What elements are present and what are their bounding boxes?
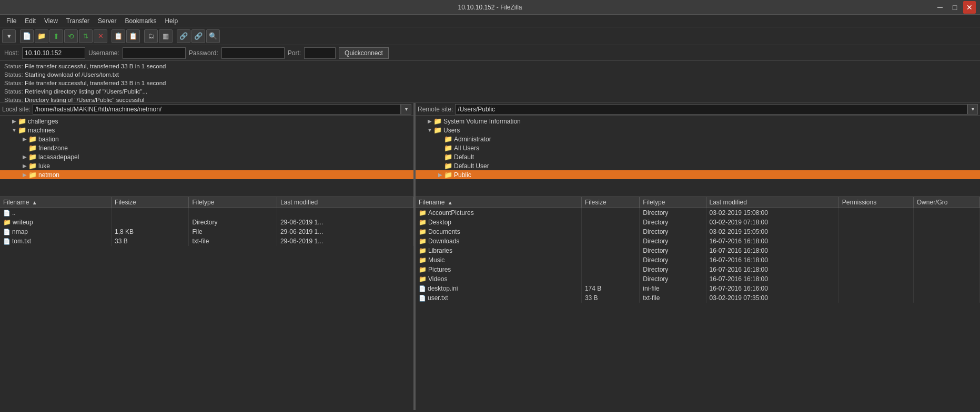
tree-item-bastion[interactable]: ▶ 📁 bastion — [0, 135, 413, 143]
menu-server[interactable]: Server — [94, 16, 120, 26]
table-row[interactable]: 📁AccountPictures Directory 03-02-2019 15… — [416, 208, 980, 218]
tree-arrow-machines: ▼ — [11, 127, 18, 133]
tree-arrow-netmon: ▶ — [21, 172, 28, 178]
tree-item-lacasadepapel[interactable]: ▶ 📁 lacasadepapel — [0, 152, 413, 161]
toolbar-new-file[interactable]: 📄 — [20, 29, 34, 43]
tree-item-public[interactable]: ▶ 📁 Public — [416, 170, 980, 179]
tree-item-defaultuser[interactable]: 📁 Default User — [416, 161, 980, 170]
toolbar-new-folder[interactable]: 📁 — [35, 29, 48, 43]
table-row[interactable]: 📄nmap 1,8 KB File 29-06-2019 1... — [0, 227, 413, 236]
tree-arrow-bastion: ▶ — [21, 136, 28, 142]
host-input[interactable] — [22, 47, 85, 59]
remote-site-label: Remote site: — [418, 106, 453, 113]
remote-col-modified[interactable]: Last modified — [706, 197, 838, 208]
table-row[interactable]: 📁Downloads Directory 16-07-2016 16:18:00 — [416, 236, 980, 246]
local-path-input[interactable] — [33, 104, 401, 115]
table-row[interactable]: 📁writeup Directory 29-06-2019 1... — [0, 218, 413, 227]
local-col-modified[interactable]: Last modified — [277, 197, 413, 208]
menu-help[interactable]: Help — [160, 16, 182, 26]
local-col-filetype[interactable]: Filetype — [189, 197, 277, 208]
minimize-button[interactable]: ─ — [934, 1, 946, 14]
toolbar-clipboard2[interactable]: 📋 — [126, 29, 140, 43]
tree-arrow-luke: ▶ — [21, 163, 28, 169]
table-row[interactable]: 📄tom.txt 33 B txt-file 29-06-2019 1... — [0, 236, 413, 246]
port-input[interactable] — [304, 47, 336, 59]
table-row[interactable]: 📁Libraries Directory 16-07-2016 16:18:00 — [416, 246, 980, 255]
local-file-list[interactable]: Filename ▲ Filesize Filetype Last modifi… — [0, 197, 413, 410]
table-row[interactable]: 📁Videos Directory 16-07-2016 16:18:00 — [416, 274, 980, 284]
local-pane: Local site: ▾ ▶ 📁 challenges ▼ 📁 machine… — [0, 103, 416, 410]
toolbar-queue[interactable]: 🗂 — [144, 29, 158, 43]
tree-item-machines[interactable]: ▼ 📁 machines — [0, 126, 413, 135]
remote-col-filesize[interactable]: Filesize — [581, 197, 639, 208]
table-row[interactable]: 📁Desktop Directory 03-02-2019 07:18:00 — [416, 218, 980, 227]
status-line-1: Status: File transfer successful, transf… — [4, 62, 976, 70]
status-line-4: Status: Retrieving directory listing of … — [4, 87, 976, 96]
toolbar-search[interactable]: 🔍 — [206, 29, 220, 43]
remote-path-dropdown[interactable]: ▾ — [967, 104, 978, 115]
table-row[interactable]: 📁Music Directory 16-07-2016 16:18:00 — [416, 255, 980, 265]
toolbar-link[interactable]: 🔗 — [177, 29, 190, 43]
toolbar: ▾ 📄 📁 ⬆ ⟲ ⇅ ✕ 📋 📋 🗂 ▦ 🔗 🔗 🔍 — [0, 27, 980, 45]
remote-col-filename[interactable]: Filename ▲ — [416, 197, 581, 208]
menu-file[interactable]: File — [2, 16, 21, 26]
table-row[interactable]: 📄user.txt 33 B txt-file 03-02-2019 07:35… — [416, 293, 980, 303]
table-row[interactable]: 📁Documents Directory 03-02-2019 15:05:00 — [416, 227, 980, 236]
tree-item-luke[interactable]: ▶ 📁 luke — [0, 161, 413, 170]
tree-item-users[interactable]: ▼ 📁 Users — [416, 126, 980, 135]
table-row[interactable]: 📁Pictures Directory 16-07-2016 16:18:00 — [416, 265, 980, 274]
remote-col-permissions[interactable]: Permissions — [838, 197, 913, 208]
toolbar-dropdown[interactable]: ▾ — [2, 29, 16, 43]
remote-tree[interactable]: ▶ 📁 System Volume Information ▼ 📁 Users … — [416, 116, 980, 197]
remote-col-filetype[interactable]: Filetype — [640, 197, 706, 208]
toolbar-link2[interactable]: 🔗 — [191, 29, 205, 43]
remote-file-table: Filename ▲ Filesize Filetype Last modifi… — [416, 197, 980, 303]
toolbar-sync[interactable]: ⇅ — [79, 29, 93, 43]
titlebar: 10.10.10.152 - FileZilla ─ □ ✕ — [0, 0, 980, 15]
toolbar-upload[interactable]: ⬆ — [49, 29, 63, 43]
table-row[interactable]: 📄.. — [0, 208, 413, 218]
menubar: File Edit View Transfer Server Bookmarks… — [0, 15, 980, 27]
toolbar-clipboard1[interactable]: 📋 — [112, 29, 125, 43]
local-path-dropdown[interactable]: ▾ — [401, 104, 411, 115]
toolbar-refresh[interactable]: ⟲ — [64, 29, 78, 43]
tree-item-netmon[interactable]: ▶ 📁 netmon — [0, 170, 413, 179]
remote-pane: Remote site: ▾ ▶ 📁 System Volume Informa… — [416, 103, 980, 410]
tree-item-administrator[interactable]: 📁 Administrator — [416, 135, 980, 143]
toolbar-filter[interactable]: ▦ — [159, 29, 173, 43]
tree-item-default[interactable]: 📁 Default — [416, 152, 980, 161]
host-label: Host: — [4, 49, 19, 57]
password-input[interactable] — [221, 47, 285, 59]
remote-col-owner[interactable]: Owner/Gro — [913, 197, 979, 208]
titlebar-controls: ─ □ ✕ — [934, 0, 976, 15]
tree-item-friendzone[interactable]: 📁 friendzone — [0, 143, 413, 152]
port-label: Port: — [288, 49, 301, 57]
username-label: Username: — [88, 49, 119, 57]
tree-item-allusers[interactable]: 📁 All Users — [416, 143, 980, 152]
tree-item-challenges[interactable]: ▶ 📁 challenges — [0, 117, 413, 126]
remote-path-input[interactable] — [455, 104, 967, 115]
local-site-label: Local site: — [2, 106, 31, 113]
quickconnect-button[interactable]: Quickconnect — [339, 47, 389, 59]
tree-item-sysvolinfo[interactable]: ▶ 📁 System Volume Information — [416, 117, 980, 126]
menu-bookmarks[interactable]: Bookmarks — [120, 16, 160, 26]
menu-view[interactable]: View — [40, 16, 62, 26]
local-site-bar: Local site: ▾ — [0, 103, 413, 116]
menu-transfer[interactable]: Transfer — [62, 16, 94, 26]
remote-file-list[interactable]: Filename ▲ Filesize Filetype Last modifi… — [416, 197, 980, 410]
table-row[interactable]: 📄desktop.ini 174 B ini-file 16-07-2016 1… — [416, 284, 980, 293]
tree-arrow-challenges: ▶ — [11, 118, 18, 124]
local-tree[interactable]: ▶ 📁 challenges ▼ 📁 machines ▶ 📁 bastion … — [0, 116, 413, 197]
menu-edit[interactable]: Edit — [21, 16, 40, 26]
maximize-button[interactable]: □ — [948, 1, 961, 14]
password-label: Password: — [189, 49, 218, 57]
local-col-filename[interactable]: Filename ▲ — [0, 197, 112, 208]
connection-bar: Host: Username: Password: Port: Quickcon… — [0, 45, 980, 61]
titlebar-title: 10.10.10.152 - FileZilla — [458, 4, 522, 11]
username-input[interactable] — [123, 47, 186, 59]
close-button[interactable]: ✕ — [963, 1, 976, 14]
local-col-filesize[interactable]: Filesize — [112, 197, 189, 208]
tree-arrow-lacasadepapel: ▶ — [21, 154, 28, 160]
main-panes: Local site: ▾ ▶ 📁 challenges ▼ 📁 machine… — [0, 103, 980, 410]
toolbar-cancel[interactable]: ✕ — [94, 29, 107, 43]
